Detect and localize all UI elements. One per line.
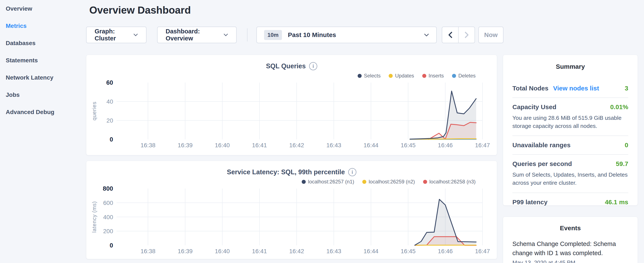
time-range-selector[interactable]: 10m Past 10 Minutes — [256, 27, 437, 43]
summary-metric-title: Capacity Used — [512, 103, 556, 111]
svg-text:16:43: 16:43 — [326, 248, 341, 254]
svg-text:400: 400 — [103, 214, 113, 220]
svg-text:16:40: 16:40 — [215, 248, 230, 254]
summary-section: Total NodesView nodes list3 — [512, 79, 628, 97]
sidebar-item-overview[interactable]: Overview — [0, 0, 85, 17]
summary-metric-description: You are using 28.6 MiB of 515.9 GiB usab… — [512, 114, 628, 130]
events-heading: Events — [512, 224, 628, 232]
chevron-down-icon — [224, 34, 228, 36]
svg-text:16:42: 16:42 — [289, 142, 304, 149]
svg-text:16:47: 16:47 — [475, 248, 490, 254]
chevron-down-icon — [424, 34, 429, 37]
app-root: OverviewMetricsDatabasesStatementsNetwor… — [0, 0, 644, 263]
svg-text:40: 40 — [106, 98, 113, 105]
view-nodes-list-link[interactable]: View nodes list — [553, 85, 599, 92]
summary-metric-description: Sum of Selects, Updates, Inserts, and De… — [512, 171, 628, 187]
svg-text:16:46: 16:46 — [438, 142, 453, 149]
dashboard-dropdown-label: Dashboard: Overview — [166, 28, 218, 42]
sql-queries-plot[interactable]: 16:3816:3916:4016:4116:4216:4316:4416:45… — [86, 55, 497, 156]
event-text: Schema Change Completed: Schema change w… — [512, 239, 628, 258]
time-range-badge: 10m — [264, 30, 282, 40]
chevron-right-icon — [464, 32, 469, 38]
svg-text:16:40: 16:40 — [215, 142, 230, 149]
summary-section: Capacity Used0.01%You are using 28.6 MiB… — [512, 97, 628, 136]
summary-metric-title: Queries per second — [512, 160, 572, 167]
sql-queries-chart-card: SQL Queries i SelectsUpdatesInsertsDelet… — [86, 55, 497, 155]
svg-text:16:39: 16:39 — [178, 248, 193, 254]
events-panel: Events Schema Change Completed: Schema c… — [503, 217, 638, 263]
graph-dropdown-label: Graph: Cluster — [94, 28, 128, 42]
summary-heading: Summary — [512, 63, 628, 70]
summary-metric-title: P99 latency — [512, 198, 548, 206]
sidebar-item-network-latency[interactable]: Network Latency — [0, 69, 85, 86]
svg-text:0: 0 — [110, 242, 113, 249]
summary-metric-title: Unavailable ranges — [512, 141, 570, 149]
toolbar-divider — [247, 28, 248, 42]
svg-text:600: 600 — [103, 200, 113, 206]
event-item[interactable]: Schema Change Completed: Schema change w… — [512, 239, 628, 263]
svg-text:16:39: 16:39 — [178, 142, 193, 149]
svg-text:60: 60 — [106, 79, 113, 86]
summary-section: Unavailable ranges0 — [512, 136, 628, 154]
svg-text:0: 0 — [110, 136, 113, 143]
svg-text:16:45: 16:45 — [401, 248, 416, 254]
summary-metric-value: 59.7 — [616, 160, 628, 167]
page-title: Overview Dashboard — [89, 4, 191, 16]
svg-text:16:46: 16:46 — [438, 248, 453, 254]
svg-text:16:45: 16:45 — [401, 142, 416, 149]
svg-text:16:41: 16:41 — [252, 142, 267, 149]
service-latency-chart-card: Service Latency: SQL, 99th percentile i … — [86, 161, 497, 259]
svg-text:800: 800 — [103, 185, 113, 192]
service-latency-plot[interactable]: 16:3816:3916:4016:4116:4216:4316:4416:45… — [86, 161, 497, 259]
chevron-left-icon — [448, 32, 453, 38]
svg-text:16:43: 16:43 — [326, 142, 341, 149]
summary-metric-title: Total Nodes — [512, 85, 548, 92]
now-button[interactable]: Now — [478, 27, 504, 43]
time-step-buttons — [442, 27, 475, 43]
next-time-button[interactable] — [458, 27, 474, 43]
sidebar-item-jobs[interactable]: Jobs — [0, 86, 85, 103]
svg-text:16:47: 16:47 — [475, 142, 490, 149]
summary-section: Queries per second59.7Sum of Selects, Up… — [512, 154, 628, 192]
chevron-down-icon — [133, 34, 138, 36]
summary-metric-value: 46.1 ms — [605, 198, 628, 206]
svg-text:16:44: 16:44 — [364, 142, 378, 149]
time-range-label: Past 10 Minutes — [288, 31, 424, 39]
events-list: Schema Change Completed: Schema change w… — [512, 239, 628, 263]
sidebar-item-statements[interactable]: Statements — [0, 52, 85, 69]
previous-time-button[interactable] — [442, 27, 458, 43]
summary-section: P99 latency46.1 ms — [512, 193, 628, 211]
svg-text:20: 20 — [106, 117, 113, 124]
dashboard-dropdown[interactable]: Dashboard: Overview — [157, 27, 237, 43]
summary-metric-value: 0.01% — [610, 103, 628, 111]
svg-text:queries: queries — [91, 102, 97, 120]
svg-text:latency (ms): latency (ms) — [91, 201, 97, 232]
toolbar: Graph: Cluster Dashboard: Overview 10m P… — [0, 27, 644, 43]
svg-text:16:44: 16:44 — [364, 248, 378, 254]
summary-panel: Summary Total NodesView nodes list3Capac… — [503, 55, 638, 205]
svg-text:16:38: 16:38 — [140, 248, 156, 254]
svg-text:16:38: 16:38 — [140, 142, 156, 149]
svg-text:200: 200 — [103, 228, 113, 234]
svg-text:16:42: 16:42 — [289, 248, 304, 254]
graph-dropdown[interactable]: Graph: Cluster — [86, 27, 146, 43]
summary-sections: Total NodesView nodes list3Capacity Used… — [512, 79, 628, 211]
summary-metric-value: 3 — [625, 85, 628, 92]
sidebar-item-advanced-debug[interactable]: Advanced Debug — [0, 103, 85, 121]
summary-metric-value: 0 — [625, 141, 628, 149]
event-timestamp: May 13, 2020 at 4:45 PM — [512, 259, 628, 263]
svg-text:16:41: 16:41 — [252, 248, 267, 254]
